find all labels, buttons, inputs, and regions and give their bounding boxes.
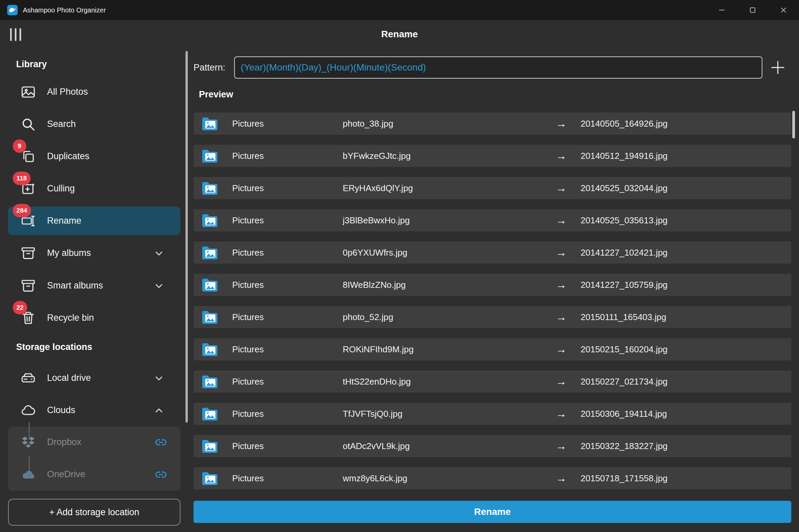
- sidebar-item-onedrive[interactable]: OneDrive: [8, 460, 181, 489]
- smart-albums-icon: [20, 278, 36, 294]
- folder-icon: [201, 342, 219, 357]
- sidebar-item-label: Recycle bin: [47, 313, 94, 323]
- arrow-icon: →: [551, 182, 571, 194]
- sidebar-item-local-drive[interactable]: Local drive: [8, 364, 181, 392]
- onedrive-icon: [20, 467, 36, 482]
- add-pattern-button[interactable]: [764, 56, 791, 79]
- arrow-icon: →: [551, 246, 571, 259]
- preview-row[interactable]: Pictures TfJVFTsjQ0.jpg → 20150306_19411…: [193, 403, 791, 425]
- plus-icon: [770, 60, 785, 75]
- preview-row[interactable]: Pictures ERyHAx6dQlY.jpg → 20140525_0320…: [193, 177, 791, 199]
- preview-row[interactable]: Pictures photo_52.jpg → 20150111_165403.…: [193, 306, 791, 328]
- row-new-name: 20141227_102421.jpg: [581, 248, 668, 258]
- sidebar-item-rename[interactable]: 284 Rename: [8, 207, 181, 235]
- chevron-down-icon[interactable]: [152, 247, 166, 260]
- folder-icon: [201, 213, 219, 228]
- preview-row[interactable]: Pictures wmz8y6L6ck.jpg → 20150718_17155…: [193, 467, 791, 489]
- row-new-name: 20140512_194916.jpg: [581, 151, 668, 161]
- row-folder-label: Pictures: [232, 118, 343, 129]
- folder-icon: [201, 309, 219, 325]
- preview-row[interactable]: Pictures tHtS22enDHo.jpg → 20150227_0217…: [193, 370, 791, 393]
- title-bar: Ashampoo Photo Organizer: [0, 0, 799, 20]
- row-new-name: 20141227_105759.jpg: [581, 280, 668, 290]
- row-original-name: tHtS22enDHo.jpg: [343, 377, 551, 387]
- row-folder-label: Pictures: [232, 441, 343, 451]
- minimize-icon: [718, 6, 725, 14]
- duplicates-badge: 9: [13, 139, 26, 153]
- row-original-name: bYFwkzeGJtc.jpg: [343, 151, 551, 161]
- folder-icon: [201, 180, 219, 196]
- link-icon[interactable]: [155, 469, 167, 481]
- row-folder-label: Pictures: [232, 215, 343, 226]
- sidebar-item-all-photos[interactable]: All Photos: [8, 78, 181, 106]
- arrow-icon: →: [551, 375, 571, 388]
- arrow-icon: →: [551, 311, 571, 323]
- sidebar-item-label: Clouds: [47, 405, 75, 416]
- maximize-icon: [749, 6, 756, 14]
- storage-locations-heading: Storage locations: [16, 342, 92, 352]
- maximize-button[interactable]: [737, 0, 768, 20]
- sidebar-item-label: Duplicates: [47, 151, 89, 162]
- rename-button[interactable]: Rename: [193, 501, 791, 523]
- row-original-name: otADc2vVL9k.jpg: [343, 441, 551, 451]
- sidebar-item-label: My albums: [47, 248, 91, 258]
- row-new-name: 20150111_165403.jpg: [581, 312, 666, 322]
- preview-row[interactable]: Pictures 8IWeBlzZNo.jpg → 20141227_10575…: [193, 274, 791, 296]
- preview-row[interactable]: Pictures otADc2vVL9k.jpg → 20150322_1832…: [193, 435, 791, 457]
- sidebar-item-label: Local drive: [47, 373, 91, 383]
- row-folder-label: Pictures: [232, 183, 343, 193]
- culling-badge: 118: [13, 172, 31, 185]
- row-folder-label: Pictures: [232, 409, 343, 419]
- app-logo-icon: [7, 4, 18, 16]
- pattern-label: Pattern:: [193, 62, 225, 73]
- row-original-name: TfJVFTsjQ0.jpg: [343, 409, 551, 419]
- preview-heading: Preview: [199, 89, 233, 100]
- chevron-down-icon[interactable]: [152, 372, 166, 385]
- row-original-name: photo_52.jpg: [343, 312, 551, 322]
- sidebar-item-label: Rename: [47, 216, 81, 226]
- sidebar-item-label: OneDrive: [47, 469, 85, 480]
- sidebar-item-smart-albums[interactable]: Smart albums: [8, 271, 181, 300]
- chevron-down-icon[interactable]: [152, 279, 166, 292]
- link-icon[interactable]: [155, 436, 167, 449]
- pattern-input[interactable]: [234, 56, 762, 79]
- sidebar-item-my-albums[interactable]: My albums: [8, 239, 181, 267]
- folder-icon: [201, 471, 219, 486]
- row-original-name: 0p6YXUWfrs.jpg: [343, 248, 551, 258]
- row-new-name: 20150322_183227.jpg: [581, 441, 668, 451]
- page-title: Rename: [0, 29, 799, 40]
- row-original-name: j3BlBeBwxHo.jpg: [343, 215, 551, 226]
- preview-row[interactable]: Pictures bYFwkzeGJtc.jpg → 20140512_1949…: [193, 145, 791, 167]
- row-folder-label: Pictures: [232, 151, 343, 161]
- row-folder-label: Pictures: [232, 312, 343, 322]
- close-button[interactable]: [768, 0, 799, 20]
- preview-row[interactable]: Pictures j3BlBeBwxHo.jpg → 20140525_0356…: [193, 209, 791, 231]
- close-icon: [780, 6, 787, 14]
- preview-row[interactable]: Pictures photo_38.jpg → 20140505_164926.…: [193, 113, 791, 135]
- content-scrollbar[interactable]: [792, 111, 795, 138]
- row-folder-label: Pictures: [232, 377, 343, 387]
- row-original-name: ROKiNFIhd9M.jpg: [343, 344, 551, 355]
- row-folder-label: Pictures: [232, 248, 343, 258]
- preview-row[interactable]: Pictures ROKiNFIhd9M.jpg → 20150215_1602…: [193, 338, 791, 360]
- arrow-icon: →: [551, 214, 571, 227]
- sidebar-item-clouds[interactable]: Clouds: [8, 396, 181, 424]
- sidebar-item-label: Smart albums: [47, 281, 103, 291]
- preview-row[interactable]: Pictures 0p6YXUWfrs.jpg → 20141227_10242…: [193, 242, 791, 264]
- sidebar-item-duplicates[interactable]: 9 Duplicates: [8, 142, 181, 171]
- app-window: Ashampoo Photo Organizer Rename Library …: [0, 0, 799, 532]
- minimize-button[interactable]: [706, 0, 737, 20]
- sidebar-scrollbar[interactable]: [185, 51, 188, 422]
- chevron-up-icon[interactable]: [152, 404, 166, 417]
- row-folder-label: Pictures: [232, 344, 343, 355]
- sidebar-item-culling[interactable]: 118 Culling: [8, 174, 181, 203]
- row-new-name: 20150215_160204.jpg: [581, 344, 668, 355]
- dropbox-icon: [20, 434, 36, 450]
- add-storage-location-button[interactable]: + Add storage location: [8, 499, 181, 526]
- sidebar-item-dropbox[interactable]: Dropbox: [8, 428, 181, 456]
- sidebar-item-recycle-bin[interactable]: 22 Recycle bin: [8, 304, 181, 332]
- sidebar-item-search[interactable]: Search: [8, 110, 181, 138]
- row-new-name: 20150227_021734.jpg: [581, 377, 668, 387]
- row-new-name: 20150306_194114.jpg: [581, 409, 667, 419]
- arrow-icon: →: [551, 150, 571, 162]
